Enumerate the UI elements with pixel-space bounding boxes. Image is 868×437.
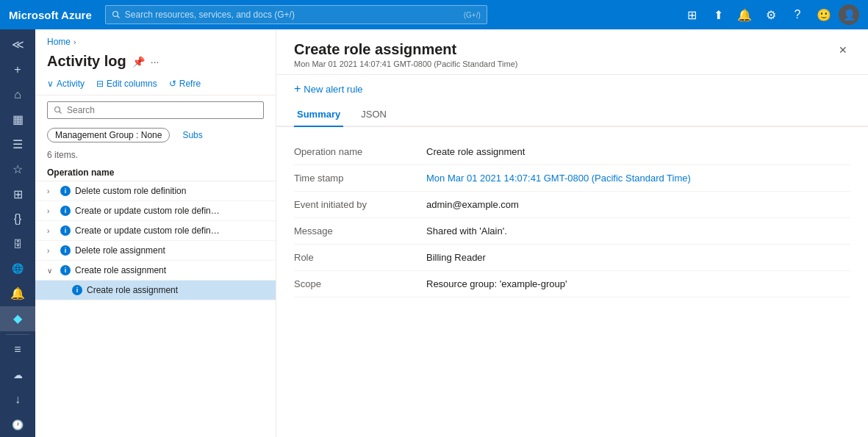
info-icon: i (60, 265, 71, 275)
scope-label: Scope (294, 278, 426, 289)
list-item[interactable]: › i Delete custom role definition (35, 181, 276, 201)
activity-dropdown-btn[interactable]: ∨ Activity (47, 79, 85, 89)
sidebar-list-btn[interactable]: ☰ (0, 132, 35, 157)
sidebar-globe-btn[interactable]: 🌐 (0, 256, 35, 281)
breadcrumb-home[interactable]: Home (47, 37, 71, 47)
management-group-filter[interactable]: Management Group : None (47, 128, 170, 142)
tabs-row: Summary JSON (276, 103, 868, 127)
search-icon (112, 10, 121, 19)
new-alert-rule-btn[interactable]: + New alert rule (294, 82, 363, 95)
role-value: Billing Reader (426, 252, 850, 263)
chevron-right-icon: › (47, 227, 56, 235)
brand-label: Microsoft Azure (9, 9, 92, 21)
sidebar-notification-btn[interactable]: 🔔 (0, 281, 35, 306)
scope-value: Resource group: 'example-group' (426, 278, 850, 289)
row-label: Delete role assignment (75, 245, 165, 256)
sidebar-menu-btn[interactable]: ≡ (0, 338, 35, 363)
list-item[interactable]: › i Delete role assignment (35, 241, 276, 261)
activity-label: Activity (57, 79, 85, 89)
sidebar-database-btn[interactable]: 🗄 (0, 231, 35, 256)
toolbar: ∨ Activity ⊟ Edit columns ↺ Refre (35, 76, 276, 95)
global-search-input[interactable] (125, 10, 459, 20)
detail-row-scope: Scope Resource group: 'example-group' (294, 271, 850, 297)
breadcrumb: Home › (35, 29, 276, 50)
table-header: Operation name (35, 165, 276, 181)
sidebar-divider (6, 334, 29, 335)
tab-json[interactable]: JSON (358, 103, 390, 127)
sidebar-code-btn[interactable]: {} (0, 206, 35, 231)
edit-columns-btn[interactable]: ⊟ Edit columns (96, 79, 157, 89)
chevron-right-icon: › (47, 247, 56, 255)
subscription-filter[interactable]: Subs (174, 128, 210, 142)
search-section (35, 95, 276, 125)
svg-line-1 (117, 16, 119, 18)
svg-line-3 (60, 112, 62, 114)
settings-icon[interactable]: ⚙ (759, 3, 783, 26)
list-item[interactable]: ∨ i Create role assignment (35, 261, 276, 281)
chevron-right-icon: › (47, 207, 56, 215)
plus-icon: + (294, 82, 301, 95)
help-icon[interactable]: ? (786, 3, 809, 26)
feedback-icon[interactable]: 🙂 (812, 3, 836, 26)
list-item[interactable]: › i Create or update custom role defin… (35, 221, 276, 241)
timestamp-value[interactable]: Mon Mar 01 2021 14:07:41 GMT-0800 (Pacif… (426, 173, 850, 184)
row-label: Create or update custom role defin… (75, 206, 220, 216)
page-title: Activity log (47, 53, 126, 70)
items-count: 6 items. (35, 148, 276, 165)
refresh-label: Refre (179, 79, 201, 89)
info-icon: i (60, 245, 71, 256)
chevron-down-icon: ∨ (47, 79, 54, 89)
row-label: Create or update custom role defin… (75, 225, 220, 236)
subs-label: Subs (182, 130, 202, 140)
sidebar-favorites-btn[interactable]: ☆ (0, 156, 35, 181)
operation-label: Operation name (294, 146, 426, 157)
detail-row-operation: Operation name Create role assignment (294, 139, 850, 165)
panel-subtitle: Mon Mar 01 2021 14:07:41 GMT-0800 (Pacif… (294, 59, 518, 68)
info-icon: i (60, 225, 71, 236)
edit-columns-label: Edit columns (107, 79, 157, 89)
content-area: Home › Activity log 📌 ··· ∨ Activity ⊟ E… (35, 29, 868, 437)
detail-row-role: Role Billing Reader (294, 245, 850, 271)
grid-nav-icon[interactable]: ⊞ (680, 3, 703, 26)
info-icon: i (60, 206, 71, 216)
columns-icon: ⊟ (96, 79, 104, 89)
chevron-right-icon: › (47, 187, 56, 195)
search-input-wrap[interactable] (47, 101, 264, 119)
list-item[interactable]: i Create role assignment (35, 281, 276, 300)
sidebar-home-btn[interactable]: ⌂ (0, 82, 35, 107)
sidebar-grid-btn[interactable]: ⊞ (0, 181, 35, 206)
detail-row-message: Message Shared with 'Alain'. (294, 218, 850, 245)
sidebar-cloud-btn[interactable]: ☁ (0, 362, 35, 387)
sidebar-collapse-btn[interactable]: ≪ (0, 32, 35, 57)
chevron-down-icon: ∨ (47, 267, 56, 275)
event-initiated-value: admin@example.com (426, 199, 850, 210)
bell-icon[interactable]: 🔔 (733, 3, 756, 26)
event-initiated-label: Event initiated by (294, 199, 426, 210)
pin-icon[interactable]: 📌 (132, 56, 145, 68)
sidebar-diamond-btn[interactable]: ◆ (0, 306, 35, 331)
row-label: Delete custom role definition (75, 186, 186, 196)
left-panel: Home › Activity log 📌 ··· ∨ Activity ⊟ E… (35, 29, 276, 437)
detail-content: Operation name Create role assignment Ti… (276, 127, 868, 437)
role-label: Role (294, 252, 426, 263)
info-icon: i (72, 285, 82, 295)
sidebar-add-btn[interactable]: + (0, 57, 35, 82)
new-alert-label: New alert rule (304, 84, 362, 95)
list-item[interactable]: › i Create or update custom role defin… (35, 201, 276, 221)
user-avatar[interactable]: 👤 (839, 4, 859, 25)
sidebar-dashboard-btn[interactable]: ▦ (0, 107, 35, 132)
cloud-upload-icon[interactable]: ⬆ (706, 3, 730, 26)
right-panel: Create role assignment Mon Mar 01 2021 1… (276, 29, 868, 437)
row-label: Create role assignment (75, 265, 166, 275)
search-shortcut: (G+/) (464, 11, 481, 19)
more-options-icon[interactable]: ··· (151, 56, 159, 68)
tab-summary[interactable]: Summary (294, 103, 343, 127)
search-input[interactable] (67, 105, 257, 115)
message-label: Message (294, 225, 426, 236)
close-button[interactable]: ✕ (836, 41, 850, 59)
sidebar-clock-btn[interactable]: 🕐 (0, 412, 35, 437)
sidebar-arrow-btn[interactable]: ↓ (0, 387, 35, 412)
refresh-btn[interactable]: ↺ Refre (169, 79, 201, 89)
global-search-bar[interactable]: (G+/) (105, 5, 487, 24)
refresh-icon: ↺ (169, 79, 176, 89)
